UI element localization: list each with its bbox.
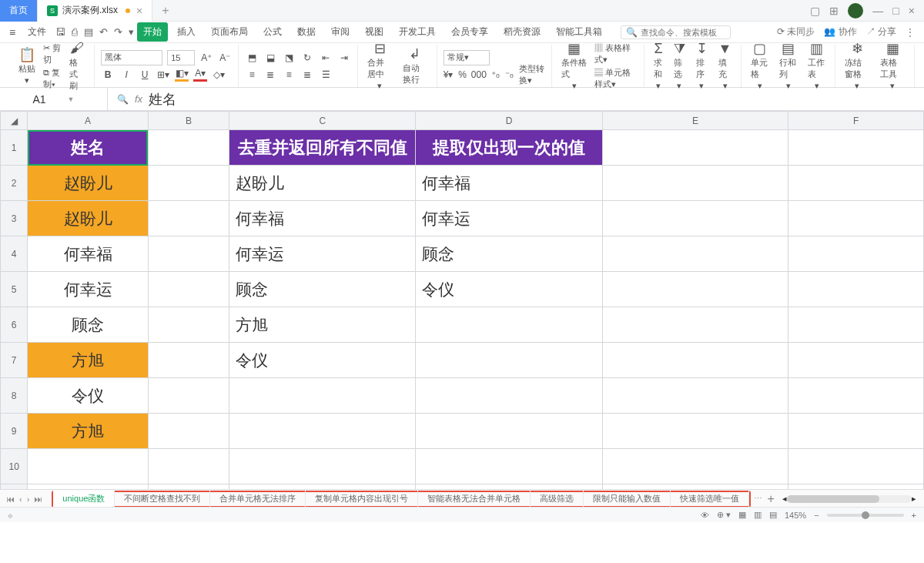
cell[interactable] xyxy=(229,449,416,484)
font-name-select[interactable]: 黑体 xyxy=(101,50,162,65)
cell[interactable]: 赵盼儿 xyxy=(28,166,148,201)
fill-color-button[interactable]: ◧▾ xyxy=(175,68,189,82)
menu-insert[interactable]: 插入 xyxy=(171,22,202,42)
cell[interactable] xyxy=(148,378,229,414)
cell[interactable] xyxy=(416,449,602,484)
cell[interactable]: 赵盼儿 xyxy=(28,201,148,236)
cell-D1[interactable]: 提取仅出现一次的值 xyxy=(416,130,602,166)
cell[interactable] xyxy=(788,236,924,272)
indent-l-icon[interactable]: ⇤ xyxy=(319,51,333,65)
fill-button[interactable]: ▼填充▾ xyxy=(715,41,735,91)
cell[interactable]: 赵盼儿 xyxy=(229,166,416,201)
undo-icon[interactable]: ↶ xyxy=(99,26,108,38)
cond-format-button[interactable]: ▦条件格式▾ xyxy=(558,41,590,91)
row-header[interactable]: 9 xyxy=(1,414,28,449)
zoom-level[interactable]: 145% xyxy=(785,511,806,520)
dec-dec-icon[interactable]: ⁻₀ xyxy=(504,68,514,82)
cell[interactable] xyxy=(602,414,788,449)
target-icon[interactable]: ⊕ ▾ xyxy=(717,510,731,520)
scroll-left-icon[interactable]: ◂ xyxy=(782,494,787,504)
border-button[interactable]: ⊞▾ xyxy=(156,68,170,82)
menu-pagelayout[interactable]: 页面布局 xyxy=(205,22,254,42)
row-header[interactable]: 1 xyxy=(1,130,28,166)
sheet-tab[interactable]: 复制单元格内容出现引号 xyxy=(306,491,418,508)
cell-button[interactable]: ▢单元格▾ xyxy=(748,41,772,91)
sheet-tab[interactable]: 合并单元格无法排序 xyxy=(210,491,306,508)
row-header[interactable]: 7 xyxy=(1,343,28,378)
tab-file[interactable]: S 演示案例.xlsx × xyxy=(38,0,152,22)
cell[interactable]: 何幸运 xyxy=(229,236,416,272)
cell[interactable] xyxy=(416,343,602,378)
sheet-last-icon[interactable]: ⏭ xyxy=(34,494,42,504)
sort-button[interactable]: ↧排序▾ xyxy=(693,41,711,91)
cell[interactable] xyxy=(602,201,788,236)
auto-wrap-button[interactable]: ↲自动换行 xyxy=(400,46,430,85)
view-page-icon[interactable]: ▥ xyxy=(754,510,762,520)
italic-button[interactable]: I xyxy=(119,68,133,82)
format-brush-button[interactable]: 🖌格式刷 xyxy=(66,41,89,92)
filter-button[interactable]: ⧩筛选▾ xyxy=(671,41,688,91)
share-button[interactable]: ↗ 分享 xyxy=(866,25,896,39)
align-mid-icon[interactable]: ⬓ xyxy=(263,51,277,65)
cell-style-button[interactable]: ▤ 单元格样式▾ xyxy=(594,67,638,90)
close-tab-icon[interactable]: × xyxy=(136,5,142,17)
fx-icon[interactable]: fx xyxy=(135,93,142,105)
row-header[interactable]: 2 xyxy=(1,166,28,201)
status-mode-icon[interactable]: ⟐ xyxy=(8,511,13,520)
menu-review[interactable]: 审阅 xyxy=(325,22,356,42)
cell[interactable] xyxy=(788,201,924,236)
cell[interactable] xyxy=(602,236,788,272)
h-scrollbar[interactable]: ◂ ▸ xyxy=(782,494,916,504)
menu-view[interactable]: 视图 xyxy=(359,22,390,42)
row-header[interactable]: 8 xyxy=(1,378,28,414)
cell[interactable] xyxy=(148,201,229,236)
view-break-icon[interactable]: ▤ xyxy=(769,510,777,520)
cell[interactable] xyxy=(602,272,788,307)
orient-icon[interactable]: ↻ xyxy=(300,51,314,65)
sheet-more-icon[interactable]: ⋯ xyxy=(754,494,762,504)
cell[interactable]: 令仪 xyxy=(416,272,602,307)
cell[interactable]: 何幸运 xyxy=(416,201,602,236)
name-box[interactable]: A1▼ xyxy=(0,88,108,111)
align-top-icon[interactable]: ⬒ xyxy=(245,51,259,65)
cell[interactable] xyxy=(602,307,788,343)
row-header[interactable]: 4 xyxy=(1,236,28,272)
menu-smart[interactable]: 智能工具箱 xyxy=(550,22,608,42)
cut-button[interactable]: ✂ 剪切 xyxy=(43,42,62,65)
table-style-button[interactable]: ▥ 表格样式▾ xyxy=(594,42,638,65)
dropdown-icon[interactable]: ▾ xyxy=(129,26,134,38)
cell[interactable] xyxy=(148,343,229,378)
select-all-corner[interactable]: ◢ xyxy=(1,112,28,130)
cell[interactable] xyxy=(788,378,924,414)
menu-dev[interactable]: 开发工具 xyxy=(393,22,442,42)
cell[interactable] xyxy=(602,130,788,166)
window-max-icon[interactable]: □ xyxy=(892,5,899,17)
sum-button[interactable]: Σ求和▾ xyxy=(651,41,665,91)
cell[interactable]: 顾念 xyxy=(229,272,416,307)
cell[interactable]: 令仪 xyxy=(28,378,148,414)
cell[interactable]: 令仪 xyxy=(229,343,416,378)
freeze-button[interactable]: ❄冻结窗格▾ xyxy=(842,41,872,91)
redo-icon[interactable]: ↷ xyxy=(114,26,122,38)
eye-icon[interactable]: 👁 xyxy=(701,511,709,520)
sheet-first-icon[interactable]: ⏮ xyxy=(6,494,15,504)
menu-formula[interactable]: 公式 xyxy=(257,22,288,42)
cell[interactable] xyxy=(602,343,788,378)
cell[interactable] xyxy=(788,130,924,166)
row-header[interactable]: 3 xyxy=(1,201,28,236)
row-header[interactable]: 6 xyxy=(1,307,28,343)
tab-home[interactable]: 首页 xyxy=(0,0,38,22)
align-center-icon[interactable]: ≣ xyxy=(263,68,277,82)
cell[interactable] xyxy=(416,307,602,343)
bold-button[interactable]: B xyxy=(101,68,115,82)
table-tools-button[interactable]: ▦表格工具▾ xyxy=(877,41,908,91)
justify-icon[interactable]: ≣ xyxy=(300,68,314,82)
zoom-slider[interactable] xyxy=(827,514,904,517)
cell[interactable]: 顾念 xyxy=(28,307,148,343)
indent-r-icon[interactable]: ⇥ xyxy=(337,51,351,65)
worksheet-button[interactable]: ▥工作表▾ xyxy=(805,41,829,91)
window-close-icon[interactable]: × xyxy=(909,5,915,17)
cell[interactable] xyxy=(416,414,602,449)
percent-icon[interactable]: % xyxy=(457,68,467,82)
sync-status[interactable]: ⟳ 未同步 xyxy=(777,25,815,39)
